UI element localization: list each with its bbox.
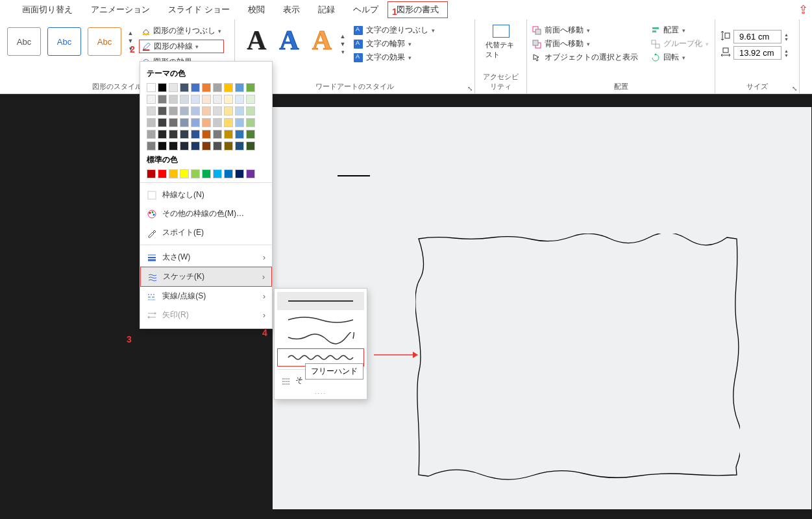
color-swatch[interactable] — [235, 169, 244, 178]
color-swatch[interactable] — [224, 106, 233, 115]
shape-style-more[interactable]: ▲▼▾ — [126, 22, 135, 52]
color-swatch[interactable] — [147, 130, 156, 139]
color-swatch[interactable] — [180, 118, 189, 127]
color-swatch[interactable] — [213, 169, 222, 178]
color-swatch[interactable] — [213, 118, 222, 127]
wordart-more[interactable]: ▲▼▾ — [338, 25, 347, 55]
color-swatch[interactable] — [191, 106, 200, 115]
wordart-style-2[interactable]: A — [273, 22, 305, 58]
color-swatch[interactable] — [158, 106, 167, 115]
color-swatch[interactable] — [246, 130, 255, 139]
color-swatch[interactable] — [202, 83, 211, 92]
color-swatch[interactable] — [246, 169, 255, 178]
color-swatch[interactable] — [191, 118, 200, 127]
shape-style-2[interactable]: Abc — [47, 27, 81, 56]
sketched-item[interactable]: スケッチ(K)› — [140, 267, 272, 287]
dashes-item[interactable]: 実線/点線(S)› — [140, 287, 272, 306]
color-swatch[interactable] — [224, 130, 233, 139]
shape-outline-button[interactable]: 図形の枠線 ▾ — [139, 40, 224, 53]
sketch-option-scribble[interactable] — [277, 330, 364, 348]
color-swatch[interactable] — [235, 83, 244, 92]
color-swatch[interactable] — [180, 83, 189, 92]
color-swatch[interactable] — [213, 141, 222, 151]
align-button[interactable]: 配置 ▾ — [651, 25, 709, 36]
color-swatch[interactable] — [224, 83, 233, 92]
color-swatch[interactable] — [224, 141, 233, 151]
eyedropper-item[interactable]: スポイト(E) — [140, 223, 272, 242]
color-swatch[interactable] — [191, 169, 200, 178]
color-swatch[interactable] — [147, 95, 156, 104]
spinner-icon[interactable]: ▲▼ — [784, 49, 789, 58]
color-swatch[interactable] — [202, 95, 211, 104]
spinner-icon[interactable]: ▲▼ — [784, 32, 789, 42]
color-swatch[interactable] — [235, 141, 244, 151]
shape-style-3[interactable]: Abc — [88, 27, 121, 56]
color-swatch[interactable] — [158, 141, 167, 151]
text-fill-button[interactable]: 文字の塗りつぶし ▾ — [354, 25, 435, 36]
color-swatch[interactable] — [169, 106, 178, 115]
no-outline-item[interactable]: 枠線なし(N) — [140, 186, 272, 204]
weight-item[interactable]: 太さ(W)› — [140, 248, 272, 267]
color-swatch[interactable] — [147, 118, 156, 127]
color-swatch[interactable] — [158, 169, 167, 178]
line-shape[interactable] — [338, 175, 370, 176]
color-swatch[interactable] — [191, 83, 200, 92]
tab-review[interactable]: 校閲 — [239, 1, 274, 18]
color-swatch[interactable] — [147, 141, 156, 151]
color-swatch[interactable] — [213, 106, 222, 115]
color-swatch[interactable] — [202, 141, 211, 151]
color-swatch[interactable] — [147, 169, 156, 178]
color-swatch[interactable] — [224, 118, 233, 127]
color-swatch[interactable] — [169, 118, 178, 127]
tab-slideshow[interactable]: スライド ショー — [159, 1, 239, 18]
color-swatch[interactable] — [191, 141, 200, 151]
more-colors-item[interactable]: その他の枠線の色(M)… — [140, 204, 272, 223]
tab-help[interactable]: ヘルプ — [344, 1, 388, 18]
color-swatch[interactable] — [169, 141, 178, 151]
color-swatch[interactable] — [224, 95, 233, 104]
color-swatch[interactable] — [235, 106, 244, 115]
sketch-option-curved[interactable] — [277, 311, 364, 329]
shape-fill-button[interactable]: 図形の塗りつぶし ▾ — [139, 25, 224, 37]
group-button[interactable]: グループ化 ▾ — [651, 38, 709, 49]
share-icon[interactable]: ⇪ — [798, 3, 808, 17]
color-swatch[interactable] — [169, 130, 178, 139]
color-swatch[interactable] — [158, 130, 167, 139]
color-swatch[interactable] — [180, 130, 189, 139]
sketch-option-straight[interactable] — [277, 292, 364, 310]
rotate-button[interactable]: 回転 ▾ — [651, 52, 709, 63]
color-swatch[interactable] — [246, 118, 255, 127]
color-swatch[interactable] — [213, 130, 222, 139]
wordart-style-1[interactable]: A — [240, 22, 273, 58]
color-swatch[interactable] — [147, 83, 156, 92]
tab-view[interactable]: 表示 — [274, 1, 309, 18]
color-swatch[interactable] — [191, 95, 200, 104]
color-swatch[interactable] — [202, 169, 211, 178]
color-swatch[interactable] — [180, 141, 189, 151]
dialog-launcher-icon[interactable]: ⤡ — [792, 85, 797, 92]
color-swatch[interactable] — [180, 169, 189, 178]
shape-style-1[interactable]: Abc — [7, 27, 41, 56]
color-swatch[interactable] — [158, 83, 167, 92]
text-outline-button[interactable]: 文字の輪郭 ▾ — [354, 38, 435, 49]
tab-transitions[interactable]: 画面切り替え — [13, 1, 82, 18]
send-backward-button[interactable]: 背面へ移動 ▾ — [532, 38, 638, 49]
height-field[interactable]: 9.61 cm ▲▼ — [720, 30, 794, 43]
color-swatch[interactable] — [246, 83, 255, 92]
tab-record[interactable]: 記録 — [309, 1, 344, 18]
color-swatch[interactable] — [169, 95, 178, 104]
bring-forward-button[interactable]: 前面へ移動 ▾ — [532, 25, 638, 36]
color-swatch[interactable] — [169, 169, 178, 178]
color-swatch[interactable] — [246, 95, 255, 104]
color-swatch[interactable] — [246, 141, 255, 151]
wordart-style-3[interactable]: A — [306, 22, 338, 58]
color-swatch[interactable] — [158, 95, 167, 104]
text-effects-button[interactable]: 文字の効果 ▾ — [354, 52, 435, 63]
color-swatch[interactable] — [246, 106, 255, 115]
tab-animations[interactable]: アニメーション — [82, 1, 159, 18]
color-swatch[interactable] — [180, 95, 189, 104]
width-field[interactable]: 13.92 cm ▲▼ — [720, 46, 794, 60]
color-swatch[interactable] — [147, 106, 156, 115]
color-swatch[interactable] — [213, 83, 222, 92]
color-swatch[interactable] — [191, 130, 200, 139]
